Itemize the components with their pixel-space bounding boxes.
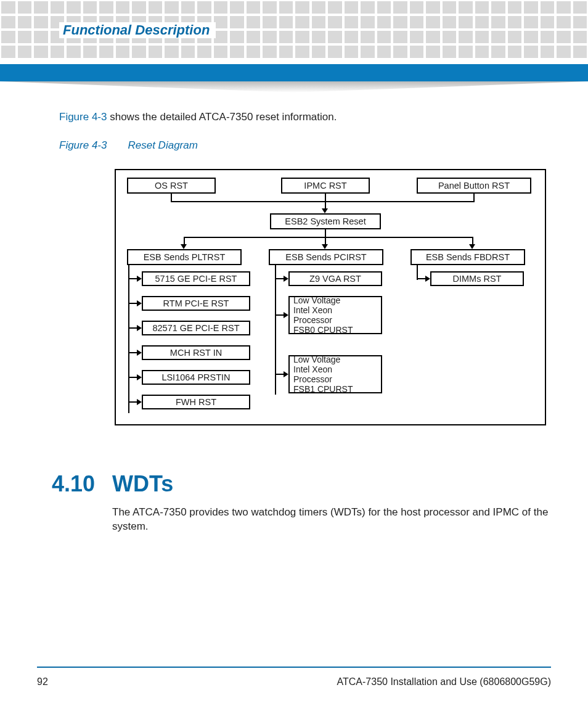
doc-id: ATCA-7350 Installation and Use (6806800G…: [337, 676, 551, 688]
section-title: WDTs: [112, 471, 173, 496]
section-heading: 4.10WDTs: [52, 471, 551, 497]
box-esb-pltrst: ESB Sends PLTRST: [127, 249, 242, 265]
page-number: 92: [37, 676, 48, 688]
box-ipmc-rst: IPMC RST: [281, 178, 370, 194]
footer: 92 ATCA-7350 Installation and Use (68068…: [37, 676, 551, 688]
figure-caption: Figure 4-3Reset Diagram: [59, 139, 551, 152]
box-fwh-rst: FWH RST: [142, 395, 250, 409]
box-fsb0-cpurst: Low Voltage Intel Xeon Processor FSB0 CP…: [288, 296, 382, 334]
box-esb-pcirst: ESB Sends PCIRST: [269, 249, 383, 265]
reset-diagram: OS RST IPMC RST Panel Button RST ESB2 Sy…: [115, 169, 546, 425]
header-blue-bar: [0, 64, 588, 81]
box-esb2-reset: ESB2 System Reset: [270, 213, 381, 229]
header-shadow: [0, 81, 588, 92]
figure-title: Reset Diagram: [128, 139, 197, 151]
intro-paragraph: Figure 4-3 shows the detailed ATCA-7350 …: [59, 111, 551, 123]
box-z9-vga: Z9 VGA RST: [288, 271, 382, 286]
box-rtm-pcie: RTM PCI-E RST: [142, 296, 250, 311]
footer-rule: [37, 667, 551, 668]
intro-text: shows the detailed ATCA-7350 reset infor…: [107, 111, 337, 123]
figure-reference-link[interactable]: Figure 4-3: [59, 111, 107, 123]
box-5715-ge: 5715 GE PCI-E RST: [142, 271, 250, 286]
box-fsb1-cpurst: Low Voltage Intel Xeon Processor FSB1 CP…: [288, 355, 382, 393]
section-body: The ATCA-7350 provides two watchdog time…: [112, 506, 551, 534]
figure-label: Figure 4-3: [59, 139, 107, 151]
box-esb-fbdrst: ESB Sends FBDRST: [410, 249, 525, 265]
box-os-rst: OS RST: [127, 178, 216, 194]
box-mch-rst: MCH RST IN: [142, 345, 250, 360]
section-number: 4.10: [52, 471, 112, 497]
box-lsi1064: LSI1064 PRSTIN: [142, 370, 250, 385]
page-header-title: Functional Description: [63, 22, 210, 38]
header-title-wrap: Functional Description: [59, 22, 216, 38]
box-panel-rst: Panel Button RST: [417, 178, 531, 194]
box-82571-ge: 82571 GE PCI-E RST: [142, 321, 250, 335]
box-dimms-rst: DIMMs RST: [430, 271, 524, 286]
